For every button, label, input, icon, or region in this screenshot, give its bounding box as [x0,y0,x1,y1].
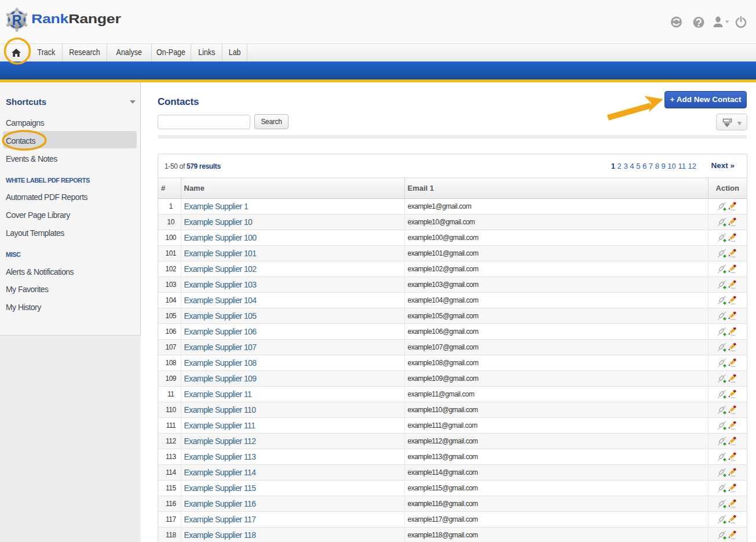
svg-text:R: R [12,13,22,28]
